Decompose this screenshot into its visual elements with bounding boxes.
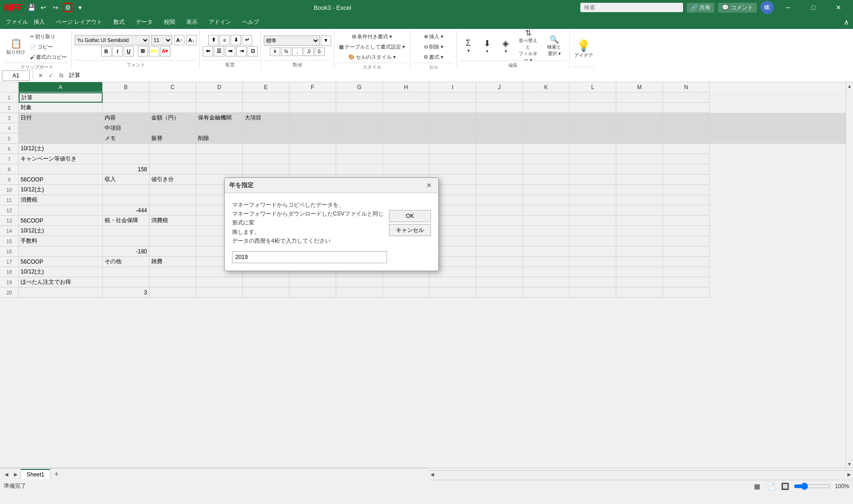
modal-dialog: 年を指定 ✕ マネーフォワードからコピペしたデータを、マネーフォワードからダウン… [224, 177, 439, 271]
modal-message: マネーフォワードからコピペしたデータを、マネーフォワードからダウンロードしたCS… [232, 201, 387, 245]
modal-overlay: 年を指定 ✕ マネーフォワードからコピペしたデータを、マネーフォワードからダウン… [0, 0, 853, 504]
modal-header: 年を指定 ✕ [225, 178, 438, 193]
modal-body: マネーフォワードからコピペしたデータを、マネーフォワードからダウンロードしたCS… [225, 193, 438, 271]
modal-ok-button[interactable]: OK [389, 210, 431, 222]
modal-close-button[interactable]: ✕ [424, 181, 434, 190]
modal-title: 年を指定 [229, 181, 254, 189]
modal-buttons: OK キャンセル [389, 210, 431, 236]
modal-year-input[interactable] [232, 251, 387, 263]
modal-cancel-button[interactable]: キャンセル [389, 224, 431, 236]
